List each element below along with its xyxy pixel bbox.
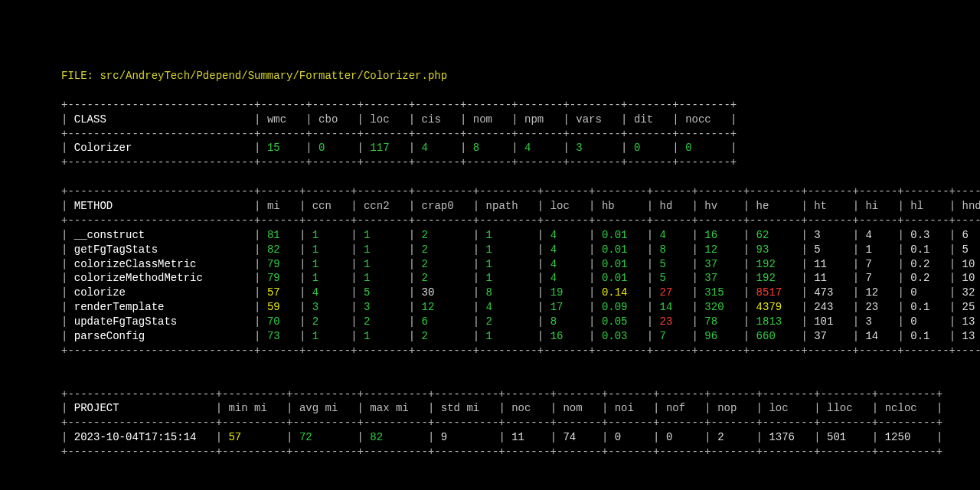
metric-value: 1 <box>364 272 402 284</box>
metric-value: 25 <box>962 301 980 313</box>
metric-value: 320 <box>704 301 737 313</box>
metric-value: 14 <box>660 301 686 313</box>
metric-value: 12 <box>865 286 891 299</box>
column-header: std mi <box>441 402 492 414</box>
metric-value: 0 <box>615 431 647 443</box>
metric-value: 0 <box>318 142 351 154</box>
metric-value: 192 <box>756 272 795 284</box>
column-header: wmc <box>267 113 299 126</box>
column-header: noc <box>511 402 544 414</box>
metric-value: 1 <box>312 330 345 342</box>
metric-value: 243 <box>814 301 846 313</box>
metric-value: 3 <box>312 301 345 313</box>
column-header: hd <box>660 200 686 212</box>
metric-value: 4 <box>865 229 891 241</box>
metric-value: 9 <box>441 431 492 443</box>
column-header: nop <box>717 402 750 414</box>
metric-value: 1 <box>312 229 345 241</box>
column-header: mi <box>267 200 293 212</box>
metric-value: 192 <box>756 258 795 270</box>
column-header: loc <box>550 200 583 212</box>
metric-value: 5 <box>660 258 686 270</box>
metric-value: 0.3 <box>910 229 942 241</box>
metric-value: 1 <box>312 272 345 284</box>
column-header: avg mi <box>299 402 351 414</box>
metric-value: 315 <box>704 286 737 299</box>
metric-value: 0.01 <box>602 243 640 256</box>
metric-value: 1813 <box>756 315 795 328</box>
metric-value: 1 <box>486 330 531 342</box>
metric-value: 0 <box>634 142 666 154</box>
table-title: PROJECT <box>74 402 209 414</box>
terminal-output: FILE: src/AndreyTech/Pdepend/Summary/For… <box>0 0 980 459</box>
metric-value: 2 <box>312 315 345 328</box>
metric-value: 0.1 <box>910 243 942 256</box>
metric-value: 501 <box>827 431 865 443</box>
metric-value: 6 <box>962 229 980 241</box>
column-header: hb <box>602 200 640 212</box>
metric-value: 5 <box>364 286 402 299</box>
metric-value: 10 <box>962 258 980 270</box>
row-name: colorizeClassMetric <box>74 258 248 270</box>
column-header: lloc <box>827 402 865 414</box>
column-header: hi <box>865 200 891 212</box>
column-header: hl <box>910 200 942 212</box>
metric-value: 4 <box>550 243 583 256</box>
metric-value: 1 <box>865 243 891 256</box>
metric-value: 0.09 <box>602 301 640 313</box>
column-header: ccn <box>312 200 345 212</box>
metric-value: 70 <box>267 315 293 328</box>
metric-value: 16 <box>704 229 737 241</box>
metric-value: 2 <box>422 229 467 241</box>
column-header: loc <box>769 402 807 414</box>
metric-value: 82 <box>370 431 421 443</box>
metric-value: 473 <box>814 286 846 299</box>
metric-value: 93 <box>756 243 795 256</box>
metric-value: 3 <box>865 315 891 328</box>
metric-value: 0.2 <box>910 272 942 284</box>
column-header: he <box>756 200 795 212</box>
metric-value: 57 <box>228 431 279 443</box>
metric-value: 11 <box>814 272 846 284</box>
metric-value: 74 <box>563 431 595 443</box>
row-name: getFgTagStats <box>74 243 248 256</box>
metric-value: 1 <box>364 229 402 241</box>
metric-value: 5 <box>660 272 686 284</box>
metric-value: 3 <box>576 142 614 154</box>
metric-value: 4 <box>550 258 583 270</box>
metric-value: 2 <box>422 243 467 256</box>
column-header: noi <box>615 402 647 414</box>
metric-value: 8517 <box>756 286 795 299</box>
column-header: hnd <box>962 200 980 212</box>
metric-value: 12 <box>704 243 737 256</box>
metric-value: 79 <box>267 272 293 284</box>
metric-value: 0 <box>910 315 942 328</box>
metric-value: 117 <box>370 142 402 154</box>
column-header: npath <box>486 200 531 212</box>
metric-value: 13 <box>962 315 980 328</box>
column-header: nocc <box>685 113 724 126</box>
metric-value: 0.01 <box>602 229 640 241</box>
metric-value: 4 <box>660 229 686 241</box>
metric-value: 23 <box>660 315 686 328</box>
row-name: Colorizer <box>74 142 248 154</box>
metric-value: 0.14 <box>602 286 640 299</box>
file-label: FILE: <box>61 70 93 82</box>
row-name: __construct <box>74 229 248 241</box>
metric-value: 37 <box>704 258 737 270</box>
column-header: cis <box>422 113 454 126</box>
metric-value: 1 <box>486 258 531 270</box>
metric-value: 0.01 <box>602 272 640 284</box>
metric-value: 5 <box>814 243 846 256</box>
metric-value: 37 <box>704 272 737 284</box>
metric-value: 27 <box>660 286 686 299</box>
metric-value: 4379 <box>756 301 795 313</box>
metric-value: 1 <box>312 243 345 256</box>
metric-value: 7 <box>865 258 891 270</box>
column-header: loc <box>370 113 402 126</box>
metric-value: 3 <box>364 301 402 313</box>
metric-value: 62 <box>756 229 795 241</box>
metric-value: 0 <box>910 286 942 299</box>
metric-value: 0 <box>666 431 698 443</box>
metric-value: 19 <box>550 286 583 299</box>
